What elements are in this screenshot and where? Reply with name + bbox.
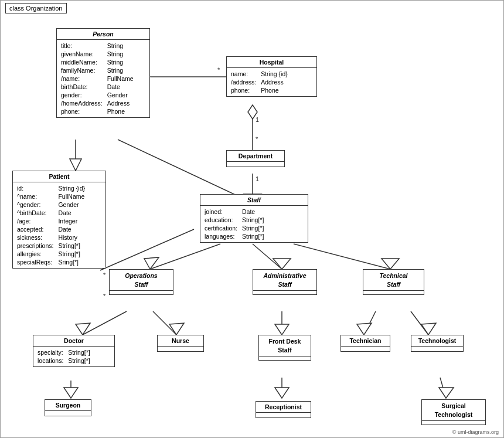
administrative-staff-class: AdministrativeStaff bbox=[253, 269, 317, 295]
diagram-container: class Organization * * 1 * 1 * bbox=[0, 0, 504, 438]
administrative-staff-body bbox=[253, 291, 316, 294]
svg-text:1: 1 bbox=[256, 116, 259, 123]
patient-body: id:String {id} ^name:FullName ^gender:Ge… bbox=[13, 182, 105, 268]
person-class: Person title:String givenName:String mid… bbox=[56, 28, 150, 118]
svg-text:*: * bbox=[256, 135, 258, 142]
staff-class: Staff joined:Date education:String[*] ce… bbox=[200, 194, 308, 243]
svg-line-13 bbox=[118, 140, 253, 203]
technologist-body bbox=[411, 347, 463, 351]
patient-header: Patient bbox=[13, 171, 105, 182]
svg-line-23 bbox=[153, 311, 176, 335]
person-header: Person bbox=[57, 29, 149, 40]
technician-class: Technician bbox=[340, 335, 390, 352]
svg-line-29 bbox=[411, 311, 428, 335]
patient-class: Patient id:String {id} ^name:FullName ^g… bbox=[12, 171, 106, 269]
svg-marker-12 bbox=[70, 159, 81, 171]
person-body: title:String givenName:String middleName… bbox=[57, 40, 149, 117]
department-class: Department bbox=[226, 150, 285, 167]
operations-staff-body bbox=[110, 291, 173, 294]
doctor-body: specialty:String[*] locations:String[*] bbox=[33, 347, 114, 366]
svg-line-19 bbox=[294, 244, 390, 269]
receptionist-body bbox=[256, 413, 311, 417]
diagram-title: class Organization bbox=[5, 3, 67, 13]
technologist-class: Technologist bbox=[411, 335, 464, 352]
staff-body: joined:Date education:String[*] certific… bbox=[200, 206, 308, 242]
front-desk-staff-class: Front DeskStaff bbox=[258, 335, 311, 361]
svg-text:*: * bbox=[103, 271, 106, 279]
svg-marker-28 bbox=[357, 323, 372, 335]
technical-staff-class: TechnicalStaff bbox=[363, 269, 424, 295]
svg-marker-22 bbox=[76, 323, 90, 335]
svg-text:1: 1 bbox=[256, 175, 259, 182]
administrative-staff-header: AdministrativeStaff bbox=[253, 270, 316, 291]
hospital-header: Hospital bbox=[227, 57, 316, 68]
svg-marker-18 bbox=[273, 259, 291, 269]
svg-marker-36 bbox=[439, 388, 454, 398]
receptionist-class: Receptionist bbox=[256, 401, 311, 418]
surgical-technologist-header: SurgicalTechnologist bbox=[422, 400, 485, 421]
svg-line-27 bbox=[364, 311, 376, 335]
svg-marker-34 bbox=[275, 388, 289, 398]
svg-text:*: * bbox=[217, 66, 220, 73]
surgical-technologist-body bbox=[422, 421, 485, 425]
svg-marker-24 bbox=[169, 323, 184, 335]
svg-marker-30 bbox=[421, 323, 436, 335]
hospital-class: Hospital name:String {id} /address:Addre… bbox=[226, 56, 317, 97]
surgeon-body bbox=[45, 411, 91, 416]
svg-line-21 bbox=[83, 311, 127, 335]
hospital-body: name:String {id} /address:Address phone:… bbox=[227, 68, 316, 96]
operations-staff-header: OperationsStaff bbox=[110, 270, 173, 291]
nurse-body bbox=[158, 347, 203, 351]
svg-line-35 bbox=[440, 378, 446, 398]
copyright: © uml-diagrams.org bbox=[452, 429, 499, 435]
technical-staff-body bbox=[363, 291, 424, 294]
technician-header: Technician bbox=[341, 335, 390, 347]
technician-body bbox=[341, 347, 390, 351]
svg-text:*: * bbox=[103, 293, 106, 300]
svg-marker-32 bbox=[64, 388, 78, 398]
svg-marker-16 bbox=[144, 257, 159, 269]
technical-staff-header: TechnicalStaff bbox=[363, 270, 424, 291]
staff-header: Staff bbox=[200, 195, 308, 206]
front-desk-staff-header: Front DeskStaff bbox=[259, 335, 311, 356]
svg-marker-26 bbox=[275, 324, 289, 335]
svg-line-15 bbox=[150, 244, 220, 269]
nurse-header: Nurse bbox=[158, 335, 203, 347]
surgeon-header: Surgeon bbox=[45, 400, 91, 411]
svg-marker-4 bbox=[248, 105, 257, 119]
front-desk-staff-body bbox=[259, 356, 311, 360]
nurse-class: Nurse bbox=[157, 335, 204, 352]
svg-line-17 bbox=[253, 244, 282, 269]
surgeon-class: Surgeon bbox=[45, 399, 91, 416]
technologist-header: Technologist bbox=[411, 335, 463, 347]
department-body bbox=[227, 162, 284, 167]
surgical-technologist-class: SurgicalTechnologist bbox=[421, 399, 486, 425]
operations-staff-class: OperationsStaff bbox=[109, 269, 173, 295]
svg-line-37 bbox=[100, 229, 194, 270]
receptionist-header: Receptionist bbox=[256, 402, 311, 413]
svg-marker-20 bbox=[382, 259, 399, 269]
department-header: Department bbox=[227, 151, 284, 162]
doctor-class: Doctor specialty:String[*] locations:Str… bbox=[33, 335, 115, 367]
doctor-header: Doctor bbox=[33, 335, 114, 347]
